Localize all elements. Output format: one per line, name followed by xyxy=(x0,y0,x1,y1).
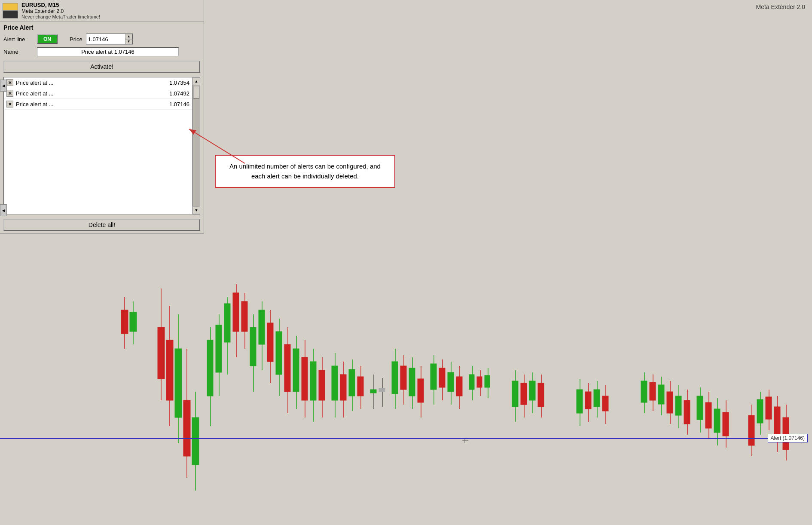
scroll-up-button[interactable]: ▲ xyxy=(192,77,200,85)
alerts-list: ✕Price alert at ...1.07354✕Price alert a… xyxy=(3,77,192,215)
name-field-label: Name xyxy=(3,49,34,55)
svg-rect-117 xyxy=(766,397,772,419)
svg-rect-3 xyxy=(130,312,137,332)
delete-alert-button-1[interactable]: ✕ xyxy=(6,90,13,97)
svg-rect-75 xyxy=(485,375,490,387)
svg-rect-5 xyxy=(158,327,165,379)
alert-list-item: ✕Price alert at ...1.07146 xyxy=(4,99,192,110)
svg-rect-91 xyxy=(602,396,608,411)
svg-rect-45 xyxy=(340,375,346,400)
alert-list-item: ✕Price alert at ...1.07354 xyxy=(4,77,192,88)
delete-alert-button-0[interactable]: ✕ xyxy=(6,79,13,86)
svg-rect-63 xyxy=(430,364,437,390)
svg-rect-25 xyxy=(250,327,256,366)
panel-header: EURUSD, M15 Meta Extender 2.0 Never chan… xyxy=(0,0,204,21)
svg-rect-11 xyxy=(183,400,190,456)
svg-rect-97 xyxy=(658,385,664,404)
svg-rect-51 xyxy=(370,390,376,393)
price-alert-panel: EURUSD, M15 Meta Extender 2.0 Never chan… xyxy=(0,0,204,234)
svg-rect-71 xyxy=(469,375,474,390)
name-input[interactable] xyxy=(37,47,179,56)
app-name-label: Meta Extender 2.0 xyxy=(21,8,100,14)
svg-rect-41 xyxy=(319,370,325,400)
svg-rect-29 xyxy=(267,323,273,362)
svg-rect-73 xyxy=(477,377,482,387)
price-input-wrap: ▲ ▼ xyxy=(86,34,133,45)
app-warning-label: Never change MetaTrader timeframe! xyxy=(21,14,100,19)
collapse-arrow-bottom[interactable]: ◄ xyxy=(0,204,7,216)
svg-rect-21 xyxy=(233,293,239,332)
meta-extender-top-right: Meta Extender 2.0 xyxy=(756,3,805,10)
svg-rect-87 xyxy=(585,392,591,409)
svg-rect-31 xyxy=(276,332,282,375)
svg-rect-23 xyxy=(241,301,247,332)
svg-rect-103 xyxy=(684,400,690,424)
svg-rect-33 xyxy=(284,344,290,392)
icon-top xyxy=(3,3,18,11)
price-up-spinner[interactable]: ▲ xyxy=(125,34,133,39)
alert-list-item: ✕Price alert at ...1.07492 xyxy=(4,88,192,99)
svg-rect-49 xyxy=(357,377,363,396)
svg-rect-39 xyxy=(310,362,316,400)
svg-rect-35 xyxy=(293,349,299,392)
svg-rect-115 xyxy=(757,399,763,423)
delete-alert-button-2[interactable]: ✕ xyxy=(6,101,13,107)
price-down-spinner[interactable]: ▼ xyxy=(125,39,133,44)
alert-line-row: Alert line ON Price ▲ ▼ xyxy=(3,34,200,45)
section-title: Price Alert xyxy=(3,24,200,31)
alert-line xyxy=(0,438,795,439)
svg-rect-55 xyxy=(392,362,398,394)
svg-rect-15 xyxy=(207,340,213,396)
svg-rect-101 xyxy=(675,396,681,415)
svg-rect-19 xyxy=(224,304,230,342)
svg-rect-81 xyxy=(529,381,535,400)
alert-item-name: Price alert at ... xyxy=(16,101,161,107)
alerts-list-container: ✕Price alert at ...1.07354✕Price alert a… xyxy=(3,77,200,215)
delete-all-button[interactable]: Delete all! xyxy=(3,219,200,231)
svg-rect-59 xyxy=(409,368,415,396)
name-row: Name xyxy=(3,47,200,56)
alert-item-price: 1.07354 xyxy=(164,80,189,86)
svg-rect-105 xyxy=(697,396,703,420)
svg-rect-85 xyxy=(577,390,583,413)
alert-item-price: 1.07492 xyxy=(164,90,189,97)
scroll-thumb[interactable] xyxy=(193,86,199,99)
svg-rect-1 xyxy=(121,310,128,334)
svg-rect-65 xyxy=(439,368,445,387)
svg-rect-99 xyxy=(667,392,673,413)
callout-box: An unlimited number of alerts can be con… xyxy=(215,155,395,188)
svg-rect-13 xyxy=(192,418,199,465)
scroll-down-button[interactable]: ▼ xyxy=(192,206,200,214)
chart-area: .candle-body-red { fill: #cc2222; stroke… xyxy=(0,0,812,525)
svg-rect-79 xyxy=(521,383,527,405)
toggle-on-button[interactable]: ON xyxy=(37,34,58,44)
collapse-arrow-top[interactable]: ◄ xyxy=(0,80,7,92)
alert-item-price: 1.07146 xyxy=(164,101,189,107)
activate-button[interactable]: Activate! xyxy=(3,61,200,73)
alert-line-label: Alert (1.07146) xyxy=(768,434,808,442)
svg-rect-67 xyxy=(448,372,454,392)
price-spinners: ▲ ▼ xyxy=(125,34,133,44)
svg-rect-77 xyxy=(512,381,518,407)
alert-line-field-label: Alert line xyxy=(3,36,34,43)
svg-rect-37 xyxy=(302,357,308,400)
alert-item-name: Price alert at ... xyxy=(16,90,161,97)
svg-rect-89 xyxy=(594,390,600,407)
svg-rect-27 xyxy=(259,310,265,344)
svg-rect-83 xyxy=(538,383,544,407)
svg-rect-107 xyxy=(705,402,711,428)
svg-rect-61 xyxy=(418,379,424,402)
svg-rect-113 xyxy=(748,415,754,445)
svg-rect-47 xyxy=(349,369,355,396)
price-input[interactable] xyxy=(86,35,125,43)
svg-rect-109 xyxy=(714,409,720,433)
callout-text: An unlimited number of alerts can be con… xyxy=(229,163,381,180)
candlestick-chart: .candle-body-red { fill: #cc2222; stroke… xyxy=(0,263,812,525)
svg-rect-69 xyxy=(456,377,462,396)
svg-rect-95 xyxy=(650,382,656,400)
header-text: EURUSD, M15 Meta Extender 2.0 Never chan… xyxy=(21,2,100,19)
icon-bottom xyxy=(3,11,18,18)
price-field-label: Price xyxy=(70,36,82,43)
svg-rect-57 xyxy=(400,366,406,390)
chart-pair-label: EURUSD, M15 xyxy=(21,2,100,8)
